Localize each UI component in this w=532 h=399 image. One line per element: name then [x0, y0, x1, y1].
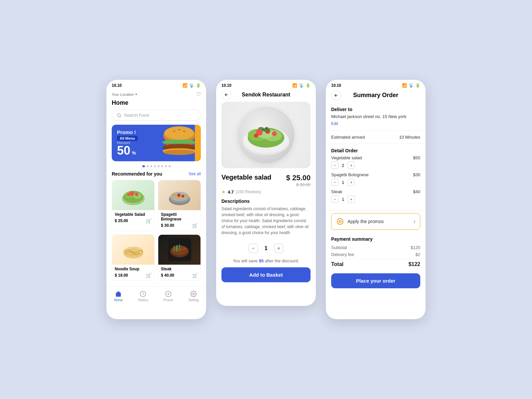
qty-num-3: 1: [342, 197, 344, 202]
wifi-icon: 📡: [189, 83, 194, 88]
order-item-price-3: $40: [413, 189, 420, 194]
payment-summary-title: Payment summary: [331, 236, 420, 242]
phone-restaurant: 10.10 📶 📡 🔋 Sendok Restaurant: [216, 80, 316, 306]
battery-icon: 🔋: [196, 83, 201, 88]
eta-section: Estimated arrived 10 Minutes: [326, 131, 426, 144]
qty-decrease-3[interactable]: −: [331, 196, 338, 203]
dot-4: [154, 165, 156, 167]
status-bar-3: 10.10 📶 📡 🔋: [326, 80, 426, 89]
subtotal-line: Subtotal $120: [331, 245, 420, 250]
order-item-name-3: Steak: [331, 189, 342, 194]
promo-banner-container[interactable]: Promo ! All Menu Discount 50 %: [112, 125, 201, 161]
restaurant-name: Sendok Restaurant: [242, 92, 290, 98]
bottom-nav: Home History Promo Setting: [106, 286, 206, 307]
signal-icon-3: 📶: [402, 83, 407, 88]
apply-promos-row[interactable]: Apply the promos ›: [331, 213, 420, 230]
add-to-basket-btn[interactable]: Add to Basket: [221, 267, 311, 282]
status-bar-2: 10.10 📶 📡 🔋: [216, 80, 316, 89]
desc-title: Descriptions: [221, 199, 311, 204]
deliver-to-section: Deliver to Michael jackson street no. 15…: [326, 103, 426, 131]
promo-row-left: Apply the promos: [336, 217, 384, 225]
svg-point-46: [272, 131, 277, 136]
food-card-noodle[interactable]: Noodle Soup $ 18.00 🛒: [112, 234, 155, 281]
burger-image: [159, 126, 199, 160]
cart-icon-pasta[interactable]: 🛒: [192, 223, 198, 228]
see-all-link[interactable]: See all: [189, 172, 201, 176]
desc-text: Salad ingredients consist of tomatoes, c…: [221, 206, 311, 236]
food-card-steak[interactable]: Steak $ 40.00 🛒: [158, 234, 201, 281]
current-price: $ 25.00: [286, 174, 311, 182]
detail-order-title: Detail Order: [331, 148, 420, 153]
delivery-fee-line: Delivery fee $2: [331, 252, 420, 257]
svg-point-9: [184, 140, 192, 144]
setting-nav-icon: [190, 291, 197, 297]
eta-value: 10 Minutes: [399, 135, 420, 140]
svg-point-21: [127, 193, 130, 196]
qty-decrease-1[interactable]: −: [331, 162, 338, 169]
svg-point-20: [135, 193, 138, 196]
eta-row: Estimated arrived 10 Minutes: [331, 135, 420, 140]
order-item-name-2: Spagetti Bolognese: [331, 172, 369, 177]
nav-promo[interactable]: Promo: [163, 291, 173, 302]
svg-point-53: [339, 220, 341, 222]
phone-summary: 10.10 📶 📡 🔋 Summary Order Deliver to Mic…: [326, 80, 426, 319]
food-card-pasta[interactable]: Spagetti Bolognese $ 30.00 🛒: [158, 180, 201, 231]
nav-history[interactable]: History: [138, 291, 148, 302]
promo-right: [158, 125, 201, 161]
qty-control-1: − 2 +: [331, 162, 420, 169]
nav-setting[interactable]: Setting: [188, 291, 199, 302]
phone-home: 10.10 📶 📡 🔋 Your Location ▾ ♡ Home Searc…: [106, 80, 206, 319]
food-card-price-salad: $ 25.00: [115, 218, 128, 223]
search-icon: [117, 113, 121, 118]
edit-address-link[interactable]: Edit: [331, 121, 338, 126]
qty-increase-btn[interactable]: +: [274, 244, 283, 253]
food-card-salad[interactable]: Vegetable Salad $ 25.00 🛒: [112, 180, 155, 231]
nav-home[interactable]: Home: [114, 291, 123, 302]
qty-increase-3[interactable]: +: [347, 196, 355, 203]
qty-num-1: 2: [342, 163, 344, 168]
order-item-price-2: $30: [413, 172, 420, 177]
qty-increase-2[interactable]: +: [347, 179, 355, 186]
place-order-btn[interactable]: Place your order: [331, 273, 420, 288]
address-text: Michael jackson street no. 15 New york: [331, 114, 420, 119]
dot-3: [150, 165, 152, 167]
search-bar[interactable]: Search Food: [112, 110, 201, 121]
battery-icon-2: 🔋: [306, 83, 311, 88]
back-button-3[interactable]: [331, 90, 341, 100]
order-item-3: Steak $40 − 1 +: [331, 189, 420, 203]
food-img-steak: [158, 235, 200, 265]
heart-icon[interactable]: ♡: [196, 91, 201, 97]
chevron-right-icon: ›: [414, 218, 415, 224]
food-img-noodle: [112, 235, 154, 265]
location-label[interactable]: Your Location ▾: [112, 92, 137, 96]
discount-note: You will save $5 after the discount.: [216, 258, 316, 267]
food-card-info-pasta: Spagetti Bolognese $ 30.00 🛒: [158, 210, 200, 228]
svg-point-37: [193, 293, 194, 295]
food-name-price-row: Vegetable salad $ 25.00 $ 30.00: [216, 174, 316, 189]
search-placeholder: Search Food: [124, 113, 149, 118]
summary-page-title: Summary Order: [353, 92, 398, 99]
food-card-name-steak: Steak: [161, 267, 198, 271]
food-card-price-row-salad: $ 25.00 🛒: [115, 218, 152, 223]
food-card-price-noodle: $ 18.00: [115, 273, 128, 278]
battery-icon-3: 🔋: [415, 83, 420, 88]
home-title: Home: [106, 99, 206, 110]
food-card-info-salad: Vegetable Salad $ 25.00 🛒: [112, 210, 154, 223]
time-3: 10.10: [331, 83, 341, 88]
nav-promo-label: Promo: [163, 298, 173, 302]
cart-icon-noodle[interactable]: 🛒: [146, 273, 152, 278]
qty-decrease-2[interactable]: −: [331, 179, 338, 186]
qty-increase-1[interactable]: +: [347, 162, 355, 169]
status-icons-3: 📶 📡 🔋: [402, 83, 420, 88]
svg-point-0: [117, 113, 120, 116]
back-button-2[interactable]: [221, 90, 231, 100]
description-section: Descriptions Salad ingredients consist o…: [216, 199, 316, 236]
time-1: 10.10: [112, 83, 122, 88]
star-icon: ★: [221, 189, 226, 195]
cart-icon-steak[interactable]: 🛒: [192, 273, 198, 278]
order-item-name-1: Vegetable salad: [331, 155, 362, 160]
qty-decrease-btn[interactable]: −: [249, 244, 258, 253]
order-item-row-3: Steak $40: [331, 189, 420, 194]
food-card-price-pasta: $ 30.00: [161, 223, 174, 228]
cart-icon-salad[interactable]: 🛒: [146, 218, 152, 223]
